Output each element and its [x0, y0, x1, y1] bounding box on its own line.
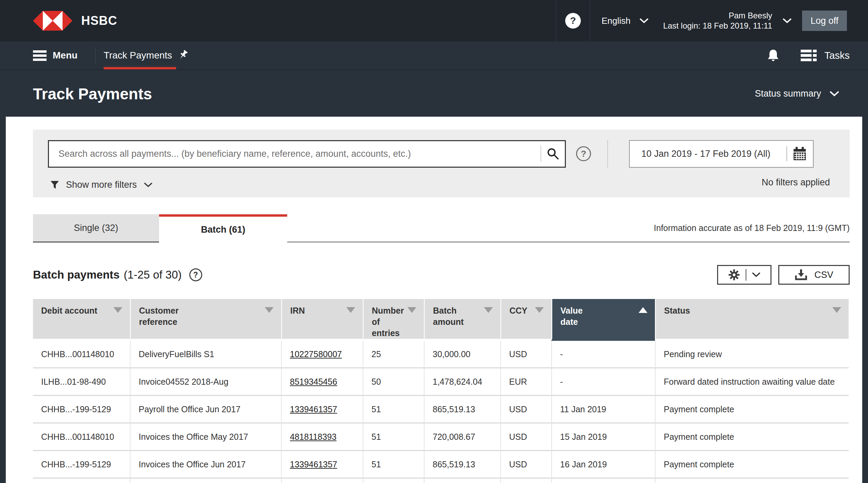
user-menu[interactable] [782, 18, 792, 24]
menu-label: Menu [53, 50, 77, 61]
cell-ccy: USD [500, 341, 551, 368]
language-selector[interactable]: English [590, 16, 649, 26]
search-input[interactable] [49, 149, 541, 159]
divider [95, 48, 96, 63]
show-more-filters-toggle[interactable]: Show more filters [48, 180, 850, 190]
chevron-down-icon [144, 182, 153, 188]
cell-irn: 3092252758 [281, 479, 363, 483]
column-label: Customer reference [139, 306, 179, 327]
table-row: CHHB...-199-5129Payroll the Office Jun 2… [33, 396, 849, 423]
irn-link[interactable]: 4818118393 [290, 432, 336, 442]
section-range: (1-25 of 30) [124, 268, 182, 281]
cell-value_date: - [551, 341, 655, 368]
column-header-debit_account[interactable]: Debit account [33, 299, 130, 341]
cell-debit_account: CHHB...001148010 [33, 341, 130, 368]
search-help-icon[interactable]: ? [576, 146, 591, 161]
column-header-irn[interactable]: IRN [281, 299, 363, 341]
tab-single[interactable]: Single (32) [33, 214, 159, 243]
status-summary-toggle[interactable]: Status summary [755, 88, 839, 99]
cell-customer_reference: Invoices the Office May 2017 [130, 423, 281, 451]
search-icon [546, 147, 560, 161]
chevron-down-icon [829, 91, 839, 97]
date-range-picker[interactable]: 10 Jan 2019 - 17 Feb 2019 (All) [629, 140, 814, 168]
tab-batch[interactable]: Batch (61) [159, 214, 287, 243]
page-title: Track Payments [33, 85, 152, 103]
column-header-ccy[interactable]: CCY [500, 299, 551, 341]
table-row: CHHB...001148010DeliveryFuelBills S11022… [33, 341, 849, 368]
cell-customer_reference: Invoices the Office Jun 2017 [130, 451, 281, 479]
csv-label: CSV [814, 270, 833, 280]
chevron-down-icon [752, 272, 761, 278]
log-off-button[interactable]: Log off [802, 11, 847, 31]
irn-link[interactable]: 10227580007 [290, 349, 342, 359]
menu-button[interactable]: Menu [33, 50, 77, 61]
cell-ccy: USD [500, 479, 551, 483]
cell-customer_reference: Invoice04552 2018-Aug [130, 368, 281, 396]
batch-payments-table: Debit accountCustomer referenceIRNNumber… [33, 299, 849, 483]
cell-amount: 720,008.67 [424, 423, 500, 451]
cell-debit_account: CHHB...001148010 [33, 423, 130, 451]
tasks-icon [801, 49, 817, 62]
nav-item-label: Track Payments [104, 50, 172, 61]
table-row: CHHB...-199-5129Invoices the Office Jun … [33, 451, 849, 479]
help-icon[interactable]: ? [565, 13, 581, 29]
search-button[interactable] [541, 141, 565, 167]
tasks-label: Tasks [824, 50, 850, 61]
table-settings-button[interactable] [717, 265, 771, 285]
column-header-amount[interactable]: Batch amount [424, 299, 500, 341]
section-title: Batch payments [33, 268, 120, 281]
column-header-entries[interactable]: Number of entries [363, 299, 424, 341]
last-login: Last login: 18 Feb 2019, 11:11 [663, 21, 772, 31]
column-label: Value date [560, 306, 583, 327]
column-label: IRN [290, 306, 305, 315]
column-header-value_date[interactable]: Value date [551, 299, 655, 341]
cell-amount: 446,692.96 [424, 479, 500, 483]
brand-wordmark: HSBC [81, 14, 117, 28]
batch-payments-section-header: Batch payments (1-25 of 30) ? [33, 265, 850, 285]
cell-entries: 51 [363, 396, 424, 423]
cell-debit_account: CHHB...-199-5129 [33, 396, 130, 423]
hsbc-track-payments-screen: { "colors": { "topbar_bg": "#21262d", "b… [0, 0, 868, 483]
cell-value_date: 16 Jan 2019 [551, 479, 655, 483]
cell-ccy: USD [500, 423, 551, 451]
active-tab-underline [104, 67, 176, 69]
cell-value_date: 15 Jan 2019 [551, 423, 655, 451]
column-header-customer_reference[interactable]: Customer reference [130, 299, 281, 341]
notifications-bell-icon[interactable] [767, 49, 779, 62]
cell-irn: 1339461357 [281, 396, 363, 423]
show-more-filters-label: Show more filters [66, 180, 137, 190]
user-info: Pam Beesly Last login: 18 Feb 2019, 11:1… [663, 11, 772, 31]
cell-entries: 25 [363, 341, 424, 368]
info-accurate-text: Information accurate as of 18 Feb 2019, … [654, 223, 850, 233]
cell-customer_reference: DeliveryFuelBills S1 [130, 341, 281, 368]
hsbc-logo-icon [33, 11, 72, 31]
csv-download-button[interactable]: CSV [778, 265, 850, 285]
cell-entries: 51 [363, 451, 424, 479]
chevron-down-icon [639, 18, 649, 24]
cell-ccy: EUR [500, 368, 551, 396]
cell-amount: 1,478,624.04 [424, 368, 500, 396]
cell-value_date: 11 Jan 2019 [551, 396, 655, 423]
nav-item-track-payments[interactable]: Track Payments [104, 41, 189, 69]
irn-link[interactable]: 8519345456 [290, 377, 337, 386]
cell-ccy: USD [500, 396, 551, 423]
content-area: ? 10 Jan 2019 - 17 Feb 2019 (All) [6, 117, 862, 483]
status-summary-label: Status summary [755, 88, 821, 99]
search-row: ? 10 Jan 2019 - 17 Feb 2019 (All) [48, 140, 850, 168]
irn-link[interactable]: 1339461357 [290, 460, 337, 469]
table-row: CNHA...01235-767Payroll the Office Apr 2… [33, 479, 849, 483]
hamburger-icon [33, 50, 47, 61]
cell-value_date: 16 Jan 2019 [551, 451, 655, 479]
cell-customer_reference: Payroll the Office Apr 2017 [130, 479, 281, 483]
column-header-status[interactable]: Status [655, 299, 849, 341]
tasks-button[interactable]: Tasks [801, 49, 850, 62]
section-help-icon[interactable]: ? [189, 268, 202, 281]
divider [746, 269, 746, 281]
calendar-icon [793, 147, 807, 161]
cell-status: Payment complete [655, 396, 849, 423]
cell-entries: 50 [363, 368, 424, 396]
irn-link[interactable]: 1339461357 [290, 404, 337, 414]
cell-entries: 51 [363, 479, 424, 483]
date-range-value: 10 Jan 2019 - 17 Feb 2019 (All) [630, 149, 786, 159]
cell-debit_account: CNHA...01235-767 [33, 479, 130, 483]
